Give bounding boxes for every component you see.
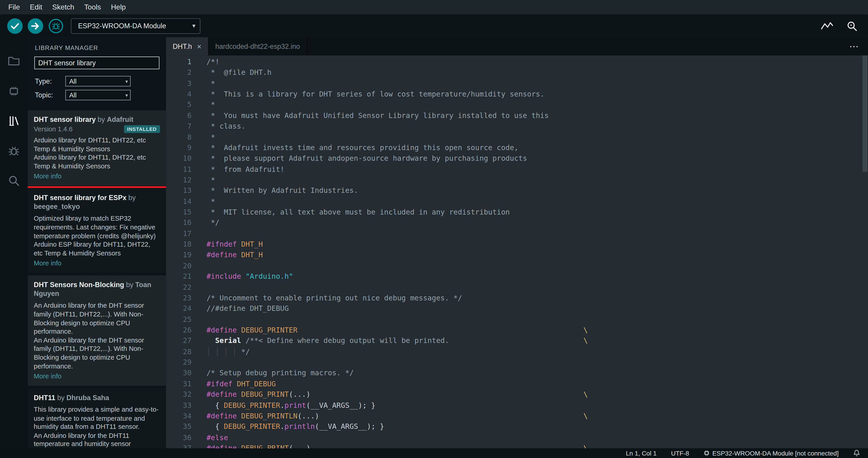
editor-tab[interactable]: DHT.h× xyxy=(166,37,209,55)
code-line: 13 * Written by Adafruit Industries. xyxy=(166,185,868,196)
sidebar-item-sketchbook[interactable] xyxy=(0,46,28,76)
code-line: 25 xyxy=(166,314,868,325)
topic-select[interactable]: All ▾ xyxy=(65,90,130,101)
notifications-bell-button[interactable] xyxy=(853,450,860,457)
chevron-down-icon: ▾ xyxy=(125,92,128,98)
status-bar: Ln 1, Col 1 UTF-8 ESP32-WROOM-DA Module … xyxy=(0,449,868,458)
library-books-icon xyxy=(6,114,21,128)
line-number: 11 xyxy=(166,164,191,174)
library-manager-panel: LIBRARY MANAGER Type: All ▾ Topic: All xyxy=(28,37,166,448)
code-text: #define DEBUG_PRINTLN(...) \ xyxy=(191,410,588,421)
library-description: Arduino library for DHT11, DHT22, etc Te… xyxy=(34,136,160,171)
checkmark-icon xyxy=(7,18,23,34)
by-label: by xyxy=(124,281,135,289)
board-status[interactable]: ESP32-WROOM-DA Module [not connected] xyxy=(703,450,839,456)
code-line: 24//#define DHT_DEBUG xyxy=(166,304,868,314)
line-number: 7 xyxy=(166,121,191,132)
line-number: 17 xyxy=(166,228,191,239)
sidebar-item-boards-manager[interactable] xyxy=(0,76,28,106)
code-editor[interactable]: 1/*!2 * @file DHT.h3 *4 * This is a libr… xyxy=(166,55,868,448)
description-line: Optimized libray to match ESP32 requirem… xyxy=(34,215,160,241)
editor-tab[interactable]: hardcoded-dht22-esp32.ino xyxy=(209,37,307,55)
topic-select-value: All xyxy=(69,91,125,99)
upload-button[interactable] xyxy=(28,18,43,34)
type-label: Type: xyxy=(35,77,65,85)
code-line: 12 * xyxy=(166,174,868,185)
library-item-title: DHT sensor library for ESPx by beegee_to… xyxy=(34,194,160,211)
code-text: #define DHT_H xyxy=(191,250,263,260)
line-number: 3 xyxy=(166,78,191,89)
line-number: 14 xyxy=(166,196,191,207)
library-author: Dhruba Saha xyxy=(66,394,109,402)
code-text: * You must have Adafruit Unified Sensor … xyxy=(191,110,549,121)
library-item[interactable]: DHT Sensors Non-Blocking by Toan NguyenA… xyxy=(28,276,166,386)
code-text: * xyxy=(191,174,215,185)
type-select-value: All xyxy=(69,77,125,85)
library-filters: Type: All ▾ Topic: All ▾ xyxy=(35,76,159,104)
code-line: 27 Serial /**< Define where debug output… xyxy=(166,336,868,346)
cursor-position[interactable]: Ln 1, Col 1 xyxy=(626,450,657,456)
version-row: Version 1.4.6INSTALLED xyxy=(34,125,160,133)
library-name: DHT Sensors Non-Blocking xyxy=(34,281,124,289)
code-text xyxy=(191,228,207,239)
board-selector-dropdown[interactable]: ESP32-WROOM-DA Module ▾ xyxy=(71,18,200,34)
tab-list: DHT.h×hardcoded-dht22-esp32.ino xyxy=(166,37,307,55)
line-number: 31 xyxy=(166,378,191,389)
library-item[interactable]: DHT sensor library for ESPx by beegee_to… xyxy=(28,189,166,273)
menu-item-help[interactable]: Help xyxy=(106,0,131,15)
code-text: │ │ │ │ */ xyxy=(191,346,250,357)
sidebar-item-search[interactable] xyxy=(0,166,28,196)
library-name: DHT11 xyxy=(34,394,55,402)
line-number: 22 xyxy=(166,282,191,292)
editor-area: DHT.h×hardcoded-dht22-esp32.ino ··· 1/*!… xyxy=(166,37,868,448)
library-author: Adafruit xyxy=(107,116,133,123)
code-text: * xyxy=(191,99,215,110)
code-line: 5 * xyxy=(166,99,868,110)
version-label: Version 1.4.6 xyxy=(34,125,73,133)
code-line: 6 * You must have Adafruit Unified Senso… xyxy=(166,110,868,121)
description-line: Arduino library for DHT11, DHT22, etc Te… xyxy=(34,136,160,153)
line-number: 19 xyxy=(166,250,191,260)
library-item[interactable]: DHT sensor library by AdafruitVersion 1.… xyxy=(28,110,166,186)
line-number: 23 xyxy=(166,292,191,303)
line-number: 20 xyxy=(166,260,191,271)
line-number: 26 xyxy=(166,325,191,336)
code-line: 9 * Adafruit invests time and resources … xyxy=(166,142,868,153)
menu-item-tools[interactable]: Tools xyxy=(79,0,106,15)
code-line: 31#ifdef DHT_DEBUG xyxy=(166,378,868,389)
code-line: 7 * class. xyxy=(166,121,868,132)
menu-item-edit[interactable]: Edit xyxy=(25,0,47,15)
code-line: 3 * xyxy=(166,78,868,89)
library-search-input[interactable] xyxy=(34,57,159,69)
code-text: * Adafruit invests time and resources pr… xyxy=(191,142,519,153)
menu-item-sketch[interactable]: Sketch xyxy=(47,0,79,15)
more-info-link[interactable]: More info xyxy=(34,172,62,180)
code-line: 37#define DEBUG_PRINT(...) \ xyxy=(166,443,868,449)
serial-plotter-button[interactable] xyxy=(820,20,834,32)
line-number: 16 xyxy=(166,218,191,228)
tab-overflow-button[interactable]: ··· xyxy=(841,37,868,55)
code-text xyxy=(191,260,207,271)
bug-icon xyxy=(48,18,64,34)
sidebar-item-debug[interactable] xyxy=(0,136,28,166)
code-text: { DEBUG_PRINTER.print(__VA_ARGS__); } xyxy=(191,400,375,410)
library-item[interactable]: DHT11 by Dhruba SahaThis library provide… xyxy=(28,389,166,449)
line-number: 4 xyxy=(166,89,191,99)
debug-button[interactable] xyxy=(48,18,64,34)
library-item-title: DHT sensor library by Adafruit xyxy=(34,115,160,124)
more-info-link[interactable]: More info xyxy=(34,259,62,267)
scrollbar-thumb[interactable] xyxy=(862,55,867,172)
menu-item-file[interactable]: File xyxy=(3,0,25,15)
verify-button[interactable] xyxy=(7,18,23,34)
code-line: 34#define DEBUG_PRINTLN(...) \ xyxy=(166,410,868,421)
code-lines: 1/*!2 * @file DHT.h3 *4 * This is a libr… xyxy=(166,57,868,448)
type-select[interactable]: All ▾ xyxy=(65,76,130,87)
description-line: An Arduino library for the DHT11 tempera… xyxy=(34,432,160,448)
more-info-link[interactable]: More info xyxy=(34,373,62,380)
serial-monitor-button[interactable] xyxy=(846,20,858,32)
sidebar-item-library-manager[interactable] xyxy=(0,106,28,136)
close-icon[interactable]: × xyxy=(197,42,202,50)
line-number: 36 xyxy=(166,432,191,442)
code-text: * MIT license, all text above must be in… xyxy=(191,207,509,217)
encoding-indicator[interactable]: UTF-8 xyxy=(671,450,689,456)
